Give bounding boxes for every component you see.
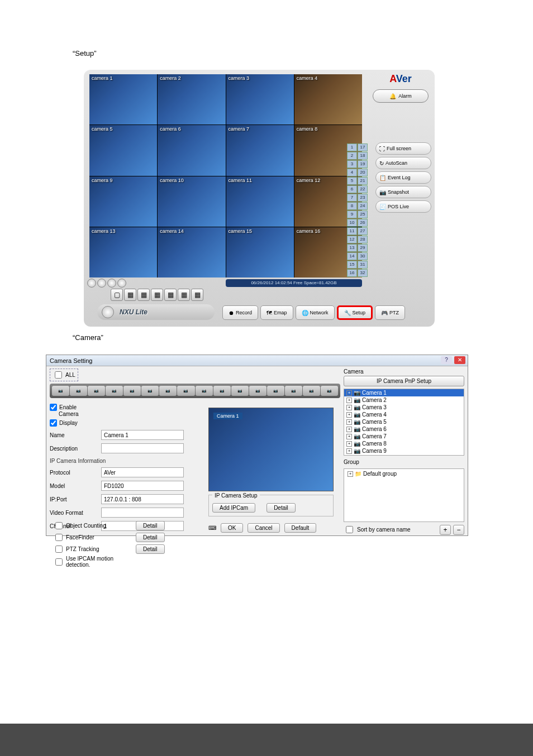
ptz-tracking-checkbox[interactable] bbox=[55, 546, 63, 553]
channel-number[interactable]: 15 bbox=[347, 261, 357, 269]
ok-button[interactable]: OK bbox=[221, 523, 243, 533]
camera-list-item[interactable]: +📷Camera 6 bbox=[344, 425, 464, 433]
expand-icon[interactable]: + bbox=[346, 390, 352, 396]
channel-number[interactable]: 21 bbox=[358, 177, 368, 185]
default-button[interactable]: Default bbox=[284, 523, 317, 533]
model-input[interactable]: FD1020 bbox=[101, 481, 184, 491]
round-control[interactable] bbox=[97, 279, 106, 288]
video-cell[interactable]: camera 9 bbox=[89, 176, 157, 227]
camera-tab[interactable]: 📷 bbox=[231, 386, 249, 396]
detail-button-ff[interactable]: Detail bbox=[136, 533, 165, 542]
channel-number[interactable]: 22 bbox=[358, 185, 368, 193]
channel-number[interactable]: 1 bbox=[347, 143, 357, 151]
channel-number[interactable]: 32 bbox=[358, 269, 368, 277]
camera-list-item[interactable]: +📷Camera 2 bbox=[344, 396, 464, 404]
group-list[interactable]: +📁Default group bbox=[344, 468, 464, 522]
network-button[interactable]: 🌐Network bbox=[296, 305, 335, 320]
poslive-button[interactable]: 🧾POS Live bbox=[375, 200, 431, 213]
display-checkbox-input[interactable] bbox=[50, 419, 57, 427]
name-input[interactable]: Camera 1 bbox=[101, 430, 184, 440]
channel-number[interactable]: 3 bbox=[347, 160, 357, 168]
camera-list[interactable]: +📷Camera 1 +📷Camera 2 +📷Camera 3 +📷Camer… bbox=[344, 389, 464, 456]
detail-button-oc[interactable]: Detail bbox=[136, 521, 165, 530]
channel-number[interactable]: 9 bbox=[347, 210, 357, 218]
expand-icon[interactable]: + bbox=[346, 405, 352, 410]
record-button[interactable]: ⏺Record bbox=[222, 305, 258, 320]
channel-number[interactable]: 30 bbox=[358, 252, 368, 260]
camera-tab[interactable]: 📷 bbox=[52, 386, 69, 396]
expand-icon[interactable]: + bbox=[346, 419, 352, 425]
channel-number[interactable]: 13 bbox=[347, 244, 357, 252]
camera-tab[interactable]: 📷 bbox=[285, 386, 302, 396]
description-input[interactable] bbox=[101, 443, 184, 453]
camera-tab[interactable]: 📷 bbox=[303, 386, 320, 396]
camera-list-item[interactable]: +📷Camera 9 bbox=[344, 447, 464, 454]
emap-button[interactable]: 🗺Emap bbox=[260, 305, 293, 320]
detail-button-ptz[interactable]: Detail bbox=[136, 544, 165, 554]
channel-number[interactable]: 19 bbox=[358, 160, 368, 168]
round-control[interactable] bbox=[107, 279, 116, 288]
add-ipcam-button[interactable]: Add IPCam bbox=[212, 503, 255, 513]
ipport-input[interactable]: 127.0.0.1 : 808 bbox=[101, 494, 184, 504]
fullscreen-button[interactable]: ⛶Full screen bbox=[375, 142, 431, 155]
video-cell[interactable]: camera 3 bbox=[226, 74, 294, 125]
camera-list-item[interactable]: +📷Camera 4 bbox=[344, 411, 464, 418]
camera-tab[interactable]: 📷 bbox=[267, 386, 284, 396]
camera-tab[interactable]: 📷 bbox=[159, 386, 177, 396]
layout-custom1[interactable]: ▦ bbox=[164, 289, 177, 301]
round-control[interactable] bbox=[117, 279, 126, 288]
video-cell[interactable]: camera 13 bbox=[89, 227, 157, 277]
camera-tab[interactable]: 📷 bbox=[177, 386, 194, 396]
channel-number[interactable]: 11 bbox=[347, 227, 357, 235]
all-checkbox-input[interactable] bbox=[55, 371, 62, 379]
close-button[interactable]: ✕ bbox=[454, 356, 465, 364]
eventlog-button[interactable]: 📋Event Log bbox=[375, 171, 431, 184]
video-cell[interactable]: camera 10 bbox=[158, 176, 225, 227]
cancel-button[interactable]: Cancel bbox=[248, 523, 279, 533]
channel-number[interactable]: 4 bbox=[347, 169, 357, 176]
camera-tab[interactable]: 📷 bbox=[123, 386, 141, 396]
camera-list-item[interactable]: +📷Camera 5 bbox=[344, 418, 464, 425]
sort-checkbox[interactable] bbox=[346, 526, 353, 533]
channel-number[interactable]: 7 bbox=[347, 194, 357, 202]
expand-icon[interactable]: + bbox=[346, 434, 352, 439]
channel-number[interactable]: 25 bbox=[358, 210, 368, 218]
round-control[interactable] bbox=[87, 279, 96, 288]
camera-tab[interactable]: 📷 bbox=[70, 386, 87, 396]
camera-list-item[interactable]: +📷Camera 3 bbox=[344, 404, 464, 411]
expand-icon[interactable]: + bbox=[346, 441, 352, 447]
camera-tab[interactable]: 📷 bbox=[196, 386, 213, 396]
keyboard-icon[interactable]: ⌨ bbox=[208, 525, 216, 531]
camera-tab[interactable]: 📷 bbox=[141, 386, 159, 396]
channel-number[interactable]: 5 bbox=[347, 177, 357, 185]
video-cell[interactable]: camera 4 bbox=[294, 74, 362, 125]
camera-list-item[interactable]: +📷Camera 1 bbox=[344, 389, 464, 396]
layout-9[interactable]: ▦ bbox=[137, 289, 150, 301]
channel-number[interactable]: 29 bbox=[358, 244, 368, 252]
camera-tab[interactable]: 📷 bbox=[249, 386, 266, 396]
snapshot-button[interactable]: 📷Snapshot bbox=[375, 186, 431, 198]
video-cell[interactable]: camera 1 bbox=[89, 74, 157, 125]
channel-number[interactable]: 23 bbox=[358, 194, 368, 202]
layout-1[interactable]: ▢ bbox=[111, 289, 123, 301]
channel-number[interactable]: 12 bbox=[347, 236, 357, 243]
layout-16[interactable]: ▦ bbox=[151, 289, 163, 301]
camera-tab[interactable]: 📷 bbox=[321, 386, 338, 396]
power-button[interactable] bbox=[102, 306, 114, 318]
video-cell[interactable]: camera 2 bbox=[158, 74, 225, 125]
layout-custom3[interactable]: ▦ bbox=[191, 289, 203, 301]
channel-number[interactable]: 2 bbox=[347, 152, 357, 160]
ip-camera-pnp-button[interactable]: IP Camera PnP Setup bbox=[344, 376, 464, 386]
camera-tab[interactable]: 📷 bbox=[88, 386, 105, 396]
channel-number[interactable]: 17 bbox=[358, 143, 368, 151]
facefinder-checkbox[interactable] bbox=[55, 534, 63, 541]
alarm-button[interactable]: 🔔 Alarm bbox=[373, 89, 429, 103]
camera-tab[interactable]: 📷 bbox=[106, 386, 123, 396]
channel-number[interactable]: 31 bbox=[358, 261, 368, 269]
use-ipcam-motion-checkbox[interactable] bbox=[55, 558, 63, 566]
channel-number[interactable]: 6 bbox=[347, 185, 357, 193]
video-cell[interactable]: camera 15 bbox=[226, 227, 294, 277]
layout-custom2[interactable]: ▦ bbox=[178, 289, 190, 301]
expand-icon[interactable]: + bbox=[346, 412, 352, 418]
expand-icon[interactable]: + bbox=[346, 448, 352, 454]
